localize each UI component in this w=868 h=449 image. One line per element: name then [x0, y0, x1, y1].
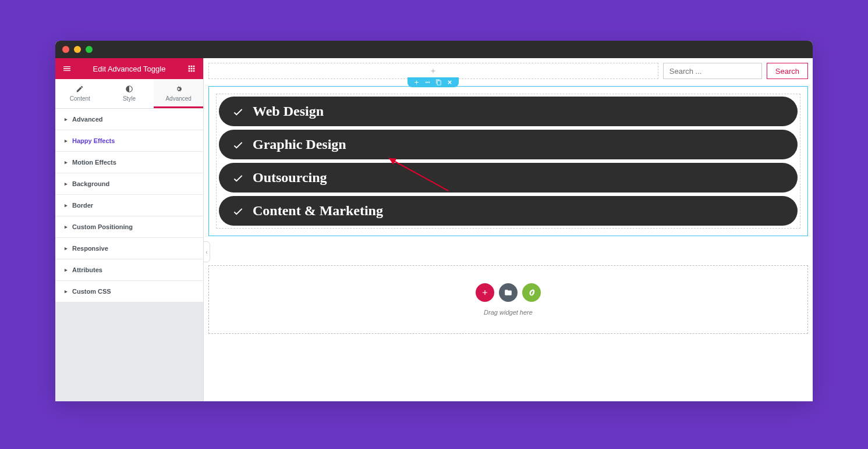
drop-buttons	[226, 283, 790, 302]
tab-advanced[interactable]: Advanced	[154, 79, 203, 108]
toggle-label: Web Design	[253, 104, 324, 119]
section-custom-positioning[interactable]: Custom Positioning	[55, 216, 203, 238]
section-happy-effects[interactable]: Happy Effects	[55, 130, 203, 152]
check-icon	[232, 105, 245, 118]
content-area: Edit Advanced Toggle Content Style Advan…	[55, 58, 813, 401]
toggle-item[interactable]: Outsourcing	[219, 163, 798, 193]
toggle-label: Graphic Design	[253, 137, 346, 152]
maximize-window-dot[interactable]	[86, 46, 93, 53]
section-advanced[interactable]: Advanced	[55, 109, 203, 130]
search-input[interactable]	[663, 63, 762, 79]
toggle-label: Content & Marketing	[253, 203, 383, 219]
section-motion-effects[interactable]: Motion Effects	[55, 152, 203, 173]
close-window-dot[interactable]	[62, 46, 69, 53]
pencil-icon	[76, 85, 84, 93]
tab-content[interactable]: Content	[55, 79, 105, 108]
check-icon	[232, 205, 245, 218]
plus-icon[interactable]	[413, 79, 420, 85]
drop-zone[interactable]: Drag widget here	[208, 265, 808, 334]
sidebar-tabs: Content Style Advanced	[55, 79, 203, 109]
add-widget-button[interactable]	[476, 283, 494, 302]
contrast-icon	[125, 85, 133, 93]
dots-icon[interactable]	[424, 79, 431, 85]
toggle-item[interactable]: Web Design	[219, 97, 798, 126]
add-section-area[interactable]	[208, 63, 658, 79]
toggle-widget[interactable]: Web DesignGraphic DesignOutsourcingConte…	[216, 94, 800, 229]
menu-icon[interactable]	[62, 64, 72, 73]
panel-collapse-handle[interactable]: ‹	[203, 241, 210, 262]
toggle-label: Outsourcing	[253, 170, 327, 186]
section-attributes[interactable]: Attributes	[55, 259, 203, 281]
drop-text: Drag widget here	[226, 309, 790, 316]
envato-button[interactable]	[522, 283, 541, 302]
section-toolbar	[408, 77, 459, 87]
search-button[interactable]: Search	[767, 63, 808, 79]
top-bar: Search	[208, 63, 808, 79]
folder-icon	[504, 288, 512, 297]
grid-icon[interactable]	[187, 64, 196, 73]
section-responsive[interactable]: Responsive	[55, 238, 203, 259]
section-custom-css[interactable]: Custom CSS	[55, 281, 203, 302]
close-icon[interactable]	[447, 79, 453, 85]
section-border[interactable]: Border	[55, 195, 203, 216]
template-button[interactable]	[499, 283, 518, 302]
check-icon	[232, 138, 245, 151]
toggle-item[interactable]: Content & Marketing	[219, 196, 798, 226]
sidebar-title: Edit Advanced Toggle	[93, 65, 166, 73]
tab-style[interactable]: Style	[105, 79, 154, 108]
app-window: Edit Advanced Toggle Content Style Advan…	[55, 41, 813, 401]
leaf-icon	[527, 288, 536, 297]
sidebar-header: Edit Advanced Toggle	[55, 58, 203, 79]
gear-icon	[175, 85, 183, 93]
plus-icon	[481, 288, 489, 297]
minimize-window-dot[interactable]	[74, 46, 81, 53]
section-background[interactable]: Background	[55, 173, 203, 195]
window-titlebar	[55, 41, 813, 58]
toggle-item[interactable]: Graphic Design	[219, 130, 798, 159]
copy-icon[interactable]	[435, 79, 442, 85]
plus-icon	[430, 67, 437, 74]
widget-section[interactable]: Web DesignGraphic DesignOutsourcingConte…	[208, 86, 808, 236]
canvas: ‹ Search Web DesignGraphic DesignOutsour…	[204, 58, 813, 401]
sidebar: Edit Advanced Toggle Content Style Advan…	[55, 58, 204, 401]
check-icon	[232, 172, 245, 184]
